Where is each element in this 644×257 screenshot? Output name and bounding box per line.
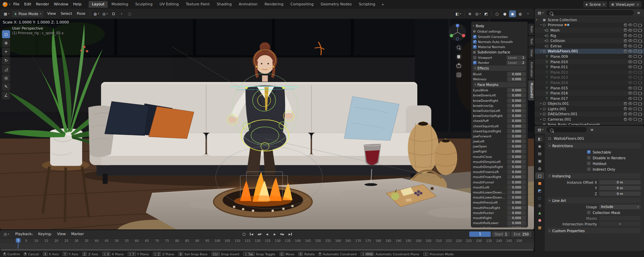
zoom-icon[interactable]	[455, 44, 462, 51]
timeline-track[interactable]	[0, 243, 534, 249]
disable-viewport-icon[interactable]	[634, 71, 637, 74]
hide-eye-icon[interactable]	[628, 102, 632, 105]
outliner-row[interactable]: Note_Body_CorrectiveSmooth	[535, 122, 644, 125]
current-frame-field[interactable]: 1	[469, 231, 491, 237]
app-menu-caret-icon[interactable]: ▾	[9, 3, 10, 6]
timeline-menu-item[interactable]: Playback▾	[13, 231, 35, 237]
hide-eye-icon[interactable]	[628, 60, 632, 63]
expand-arrow[interactable]: ▾	[535, 24, 542, 26]
menu-item[interactable]: Help	[71, 1, 84, 7]
hide-eye-icon[interactable]	[628, 108, 632, 110]
timeline-ruler[interactable]: 5101520253035404550556065707580859095100…	[0, 238, 534, 243]
properties-tab[interactable]: ◎	[535, 202, 544, 209]
transform-orientation-dropdown[interactable]: ◍▾	[93, 10, 100, 17]
global-settings-button[interactable]: ⚙Global settings	[473, 29, 526, 34]
outliner-row[interactable]: ▸ Rig	[535, 33, 644, 38]
morph-value-slider[interactable]: 0.000	[507, 195, 526, 200]
viewlayer-selector[interactable]: ▣ ViewLayer ×	[609, 1, 641, 7]
exclude-checkbox[interactable]	[624, 113, 627, 116]
tool-button[interactable]: ✎	[2, 83, 10, 91]
navigation-gizmo[interactable]	[448, 23, 467, 42]
outliner-row[interactable]: ▾ Scene Collection	[535, 17, 644, 23]
setting-toggle-row[interactable]: Smooth Correction	[473, 34, 526, 39]
morph-value-slider[interactable]: 0.000	[507, 226, 526, 227]
checkbox[interactable]	[473, 35, 477, 39]
scene-selector[interactable]: ◆ Scene ×	[583, 1, 607, 7]
viewport-menu-item[interactable]: Select	[58, 11, 74, 17]
morph-value-slider[interactable]: 0.000	[507, 200, 526, 205]
tool-button[interactable]: ◻	[2, 30, 10, 38]
morph-value-slider[interactable]: 0.000	[507, 109, 526, 113]
disable-render-icon[interactable]	[638, 86, 642, 89]
hide-eye-icon[interactable]	[628, 76, 632, 79]
menu-item[interactable]: Render	[34, 1, 51, 7]
workspace-tab[interactable]: Modeling	[108, 1, 131, 8]
morph-value-slider[interactable]: 0.000	[507, 221, 526, 225]
exclude-checkbox[interactable]	[624, 44, 627, 47]
outliner-row[interactable]: Plane.017	[535, 96, 644, 101]
morph-value-slider[interactable]: 0.000	[507, 206, 526, 210]
level-field[interactable]: Level2	[506, 60, 526, 65]
tool-button[interactable]: ∠	[2, 91, 10, 99]
hide-eye-icon[interactable]	[628, 118, 632, 121]
outliner-row[interactable]: Plane.015	[535, 85, 644, 91]
morph-value-slider[interactable]: 0.000	[507, 170, 526, 174]
timeline-menu-item[interactable]: Marker	[69, 231, 86, 237]
usage-dropdown[interactable]: Include▾	[599, 205, 641, 209]
expand-arrow[interactable]: ▸	[535, 102, 542, 105]
value-slider[interactable]: 0.000	[507, 77, 526, 81]
morph-value-slider[interactable]: 0.000	[507, 119, 526, 123]
disable-viewport-icon[interactable]	[634, 39, 637, 42]
properties-tab[interactable]: ◩	[535, 187, 544, 194]
disable-viewport-icon[interactable]	[634, 34, 637, 37]
effects-header[interactable]: ▾Effects	[473, 66, 526, 71]
shading-dropdown[interactable]: ▾	[525, 10, 531, 17]
disable-render-icon[interactable]	[638, 34, 642, 37]
custom-properties-header[interactable]: ▸Custom Properties	[547, 228, 641, 233]
outliner-row[interactable]: ▸ Mesh	[535, 28, 644, 33]
checkbox[interactable]	[473, 40, 477, 44]
snap-magnet-toggle[interactable]: Ω	[110, 10, 117, 17]
checkbox[interactable]	[473, 61, 477, 65]
workspace-tab[interactable]: Layout	[89, 1, 108, 8]
exclude-checkbox[interactable]	[624, 118, 627, 121]
previous-keyframe-button[interactable]: ◀	[256, 231, 263, 237]
level-field[interactable]: Level1	[506, 55, 526, 60]
disable-render-icon[interactable]	[638, 107, 642, 110]
viewport-menu-item[interactable]: Pose	[74, 11, 88, 17]
expand-arrow[interactable]: ▾	[535, 50, 542, 52]
disable-viewport-icon[interactable]	[634, 45, 637, 47]
jump-to-start-button[interactable]: ◀	[248, 231, 255, 237]
restriction-row[interactable]: Selectable	[547, 149, 641, 155]
shading-material-button[interactable]: ◉	[509, 10, 516, 17]
properties-tab[interactable]: ▣	[535, 158, 544, 164]
show-gizmo-toggle[interactable]: ⊕	[467, 10, 473, 17]
sidebar-tab[interactable]: Tool	[528, 36, 534, 46]
checkbox[interactable]	[587, 156, 591, 160]
morph-value-slider[interactable]: 0.000	[507, 165, 526, 169]
disable-render-icon[interactable]	[638, 50, 642, 53]
morph-value-slider[interactable]: 0.000	[507, 175, 526, 179]
masks-field[interactable]	[599, 216, 641, 220]
outliner-row[interactable]: Plane.014	[535, 80, 644, 85]
menu-item[interactable]: File	[11, 1, 22, 7]
disable-viewport-icon[interactable]	[634, 50, 637, 52]
outliner-row[interactable]: ▾ Primrose	[535, 23, 644, 28]
playhead[interactable]: 1	[18, 238, 18, 249]
filter-icon[interactable]: ≡	[589, 126, 595, 133]
timeline-menu-item[interactable]: View	[55, 231, 68, 237]
workspace-tab[interactable]: Scripting	[356, 1, 379, 8]
morph-value-slider[interactable]: 0.000	[507, 144, 526, 148]
morph-value-slider[interactable]: 0.000	[507, 160, 526, 164]
disable-viewport-icon[interactable]	[634, 29, 637, 32]
restriction-row[interactable]: Indirect Only	[547, 166, 641, 172]
disable-viewport-icon[interactable]	[634, 118, 637, 121]
disable-render-icon[interactable]	[638, 97, 642, 100]
properties-tab[interactable]: ◉	[535, 143, 544, 149]
setting-toggle-row[interactable]: Normals Auto Smooth	[473, 39, 526, 44]
hide-eye-icon[interactable]	[628, 81, 632, 84]
workspace-tab[interactable]: Sculpting	[132, 1, 156, 8]
next-keyframe-button[interactable]: ▶	[279, 231, 286, 237]
subdivision-row[interactable]: ViewportLevel1	[473, 55, 526, 60]
snap-dropdown[interactable]: ▾	[118, 10, 125, 17]
